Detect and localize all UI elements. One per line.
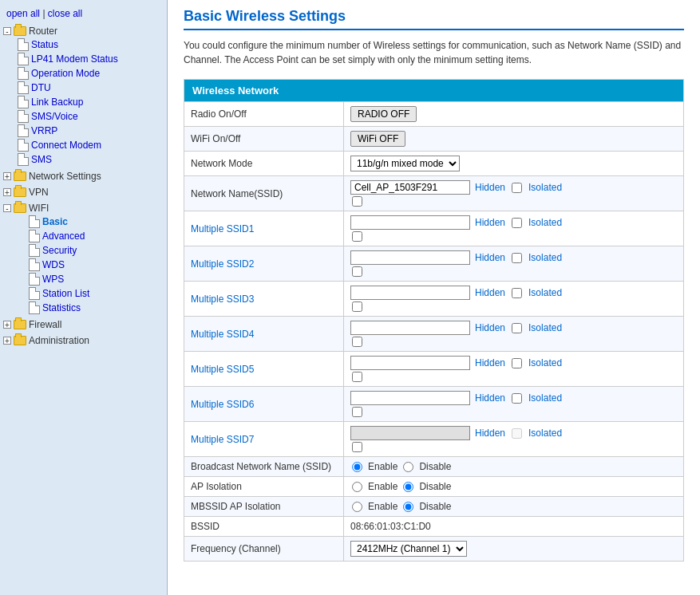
ssid-main-sub-checkbox[interactable] <box>352 196 362 207</box>
ssid4-input[interactable] <box>350 321 470 335</box>
multiple-ssid4-value: Hidden Isolated <box>344 317 684 352</box>
ssid3-input[interactable] <box>350 286 470 300</box>
frequency-select[interactable]: 2412MHz (Channel 1) 2417MHz (Channel 2) … <box>350 541 467 557</box>
hidden-checkbox-ssid4[interactable] <box>512 323 522 333</box>
wifi-onoff-label: WiFi On/Off <box>184 127 344 152</box>
vpn-folder[interactable]: + VPN <box>0 186 167 199</box>
advanced-item[interactable]: Advanced <box>26 229 167 243</box>
ssid2-sub-checkbox[interactable] <box>352 266 362 277</box>
hidden-checkbox-ssid6[interactable] <box>512 393 522 404</box>
ssid7-sub-checkbox[interactable] <box>352 442 362 452</box>
isolated-label-ssid1: Isolated <box>528 217 562 228</box>
wifi-folder[interactable]: - WIFI <box>0 202 167 215</box>
statistics-item[interactable]: Statistics <box>26 301 167 315</box>
ssid3-sub-checkbox[interactable] <box>352 301 362 312</box>
ssid6-input[interactable] <box>350 391 470 405</box>
folder-icon-administration <box>14 336 26 345</box>
ap-isolation-disable-radio[interactable] <box>403 482 413 492</box>
administration-label: Administration <box>29 335 89 346</box>
open-all-link[interactable]: open all <box>6 8 40 19</box>
table-row: Multiple SSID5 Hidden Isolated <box>184 352 684 387</box>
dtu-item[interactable]: DTU <box>14 81 167 95</box>
lp41-label: LP41 Modem Status <box>31 53 118 65</box>
ssid1-input[interactable] <box>350 215 470 230</box>
ssid6-sub-checkbox[interactable] <box>352 407 362 417</box>
broadcast-disable-radio[interactable] <box>403 462 413 472</box>
radio-onoff-button[interactable]: RADIO OFF <box>350 106 417 122</box>
firewall-folder[interactable]: + Firewall <box>0 318 167 331</box>
multiple-ssid5-value: Hidden Isolated <box>344 352 684 387</box>
broadcast-enable-label: Enable <box>368 461 397 472</box>
multiple-ssid5-label: Multiple SSID5 <box>184 352 344 387</box>
expand-icon-network-settings[interactable]: + <box>3 172 11 180</box>
ssid5-input[interactable] <box>350 356 470 370</box>
hidden-label-ssid6: Hidden <box>475 392 505 404</box>
ssid5-line1: Hidden Isolated <box>350 356 677 370</box>
isolated-label-ssid2: Isolated <box>528 252 562 263</box>
basic-item[interactable]: Basic <box>26 215 167 229</box>
wds-item[interactable]: WDS <box>26 258 167 272</box>
link-backup-label: Link Backup <box>31 97 83 108</box>
ssid1-sub-checkbox[interactable] <box>352 231 362 242</box>
link-backup-item[interactable]: Link Backup <box>14 95 167 109</box>
vrrp-item[interactable]: VRRP <box>14 124 167 138</box>
ssid1-line2 <box>350 231 677 242</box>
wifi-onoff-button[interactable]: WiFi OFF <box>350 131 405 147</box>
station-list-item[interactable]: Station List <box>26 286 167 301</box>
mbssid-isolation-enable-radio[interactable] <box>352 502 362 512</box>
table-row: Multiple SSID6 Hidden Isolated <box>184 387 684 422</box>
lp41-item[interactable]: LP41 Modem Status <box>14 52 167 66</box>
expand-icon-firewall[interactable]: + <box>3 321 11 329</box>
hidden-checkbox-ssid3[interactable] <box>512 288 522 298</box>
wifi-children: Basic Advanced Security WDS <box>0 215 167 315</box>
network-mode-select[interactable]: 11b/g/n mixed mode 11b only 11g only 11n… <box>350 156 460 171</box>
ssid6-line1: Hidden Isolated <box>350 391 677 405</box>
operation-mode-item[interactable]: Operation Mode <box>14 66 167 81</box>
wifi-children-deep: Basic Advanced Security WDS <box>14 215 167 315</box>
router-folder[interactable]: - Router <box>0 25 167 37</box>
wps-item[interactable]: WPS <box>26 272 167 286</box>
expand-icon-vpn[interactable]: + <box>3 188 11 196</box>
page-description: You could configure the minimum number o… <box>184 38 684 67</box>
network-settings-folder[interactable]: + Network Settings <box>0 170 167 183</box>
sms-voice-item[interactable]: SMS/Voice <box>14 109 167 124</box>
isolated-label-ssid5: Isolated <box>528 357 562 368</box>
hidden-checkbox-ssid5[interactable] <box>512 358 522 368</box>
ap-isolation-enable-radio[interactable] <box>352 482 362 492</box>
page-icon-vrrp <box>18 124 29 137</box>
status-item[interactable]: Status <box>14 37 167 52</box>
hidden-checkbox-ssid2[interactable] <box>512 253 522 263</box>
ssid6-line2 <box>350 407 677 417</box>
broadcast-enable-radio[interactable] <box>352 462 362 472</box>
close-all-link[interactable]: close all <box>48 8 82 19</box>
table-row: BSSID 08:66:01:03:C1:D0 <box>184 517 684 537</box>
expand-icon-router[interactable]: - <box>3 27 11 35</box>
hidden-checkbox-ssid1[interactable] <box>512 218 522 228</box>
ssid2-input[interactable] <box>350 250 470 265</box>
ssid7-line1: Hidden Isolated <box>350 426 677 440</box>
ssid-main-line1: Hidden Isolated <box>350 180 677 195</box>
multiple-ssid2-value: Hidden Isolated <box>344 246 684 282</box>
ssid5-sub-checkbox[interactable] <box>352 372 362 382</box>
sms-item[interactable]: SMS <box>14 152 167 167</box>
tree-item-wifi: - WIFI Basic Advanced Security <box>0 200 167 317</box>
ssid2-line2 <box>350 266 677 277</box>
mbssid-isolation-disable-radio[interactable] <box>403 502 413 512</box>
tree-item-network-settings: + Network Settings <box>0 168 167 184</box>
hidden-checkbox-main[interactable] <box>512 183 522 193</box>
multiple-ssid7-label: Multiple SSID7 <box>184 422 344 457</box>
administration-folder[interactable]: + Administration <box>0 334 167 347</box>
ssid3-container: Hidden Isolated <box>350 286 677 312</box>
page-icon-basic <box>29 215 40 228</box>
hidden-label-main: Hidden <box>475 182 505 193</box>
expand-icon-administration[interactable]: + <box>3 337 11 345</box>
vpn-label: VPN <box>29 187 49 198</box>
connect-modem-item[interactable]: Connect Modem <box>14 138 167 152</box>
expand-icon-wifi[interactable]: - <box>3 204 11 212</box>
security-item[interactable]: Security <box>26 243 167 258</box>
ap-isolation-disable-label: Disable <box>419 481 451 492</box>
ssid4-sub-checkbox[interactable] <box>352 337 362 347</box>
ssid6-container: Hidden Isolated <box>350 391 677 417</box>
ssid-main-input[interactable] <box>350 180 470 195</box>
statistics-label: Statistics <box>42 302 81 313</box>
